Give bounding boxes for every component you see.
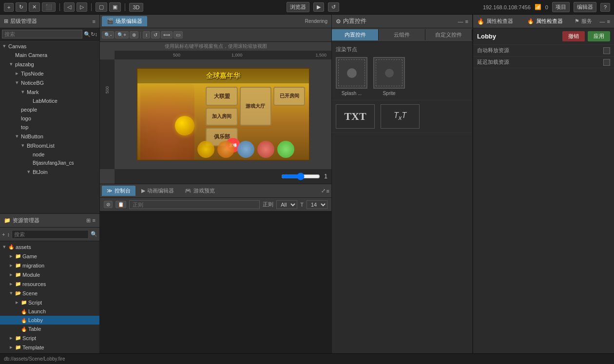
res-item-template[interactable]: ▸ 📁 Template [0,343,99,352]
migration-folder-icon: 📁 [15,263,21,268]
hierarchy-refresh-icon[interactable]: ↻ [91,31,95,38]
resource-search-icon[interactable]: 🔍 [91,231,97,237]
console-clear-btn[interactable]: ⊘ [104,201,113,208]
refresh-btn[interactable]: ↻ [16,2,27,12]
scene-editor-tab[interactable]: 🎬 场景编辑器 [102,16,147,26]
hierarchy-menu-btn[interactable]: ≡ [93,19,96,24]
console-menu-icon[interactable]: ≡ [326,188,329,194]
reload-btn[interactable]: ↺ [328,2,339,12]
res-item-game[interactable]: ▸ 📁 Game [0,251,99,261]
redo-btn[interactable]: ▷ [77,2,87,12]
res-item-launch[interactable]: 🔥 Launch [0,307,99,316]
game-preview-tab[interactable]: 🎮 游戏预览 [180,186,220,196]
res-item-migration[interactable]: ▸ 📁 migration [0,261,99,270]
auto-release-checkbox[interactable] [603,47,610,54]
custom-tab[interactable]: 自定义控件 [425,29,472,40]
hierarchy-search-input[interactable] [2,30,82,38]
inspector-minimize-icon[interactable]: — [600,19,605,24]
tree-item-node[interactable]: node [0,150,99,159]
resource-search-input[interactable] [12,230,89,239]
cloud-tab[interactable]: 云组件 [379,29,425,40]
close-btn[interactable]: ✕ [29,2,40,12]
rotate-tool-btn[interactable]: ↺ [151,31,160,38]
builtin-tab[interactable]: 内置控件 [332,29,379,40]
res-item-assets[interactable]: ▾ 🔥 assets [0,242,99,251]
res-item-script[interactable]: ▸ 📁 Script [0,333,99,343]
ruler-vertical: 500 [100,59,115,169]
font-size-select[interactable]: 14 [307,200,327,209]
zoom-slider[interactable] [281,172,320,180]
tree-item-main-camera[interactable]: Main Camera [0,51,99,59]
undo-btn[interactable]: ◁ [64,2,75,12]
tree-item-btjasrufangjian[interactable]: BtjasrufangJian_cs [0,159,99,167]
res-item-table[interactable]: 🔥 Table [0,325,99,333]
zoom-out-btn[interactable]: 🔍- [102,31,114,38]
tree-label-noticebg: ▾ NoticeBG [13,79,99,86]
browser-btn[interactable]: 浏览器 [287,2,309,12]
btjoin-label: BtJoin [33,169,48,175]
add-btn[interactable]: + [4,3,14,12]
hierarchy-sort-icon[interactable]: ↕ [95,31,98,37]
render-node-splash[interactable]: Splash ... [336,57,367,96]
scene-tab-icon: 🎬 [107,18,114,24]
tree-label-plazabg: ▾ plazabg [7,60,99,68]
scene-viewport[interactable]: 使用鼠标右键平移视窗焦点，使用滚轮缩放视图 500 1,000 1,500 50… [100,42,331,184]
3d-btn[interactable]: 3D [129,3,143,12]
text-node-plain[interactable]: TXT [336,104,375,129]
play-btn[interactable]: ▶ [313,2,324,12]
console-maximize-icon[interactable]: ⤢ [321,188,326,194]
scene-canvas-area[interactable]: 全球嘉年华 大联盟 [115,59,331,169]
layout-btn[interactable]: ▢ [96,2,107,12]
zoom-in-btn[interactable]: 🔍+ [115,31,129,38]
layout2-btn[interactable]: ▣ [109,2,121,12]
search-icon[interactable]: 🔍 [84,31,91,38]
scale-tool-btn[interactable]: ⟺ [161,31,173,38]
inspector-service-tab[interactable]: ⚑ 服务 [569,16,598,27]
animation-tab[interactable]: ▶ 动画编辑器 [136,186,179,196]
history-btn[interactable]: ⬛ [42,2,56,12]
project-btn[interactable]: 项目 [552,2,570,12]
tree-item-labmotice[interactable]: LabMotice [0,96,99,105]
tree-item-btjoin[interactable]: ▾ BtJoin [0,167,99,176]
inspector-menu-icon[interactable]: ≡ [607,19,610,24]
rendering-badge: Rendering [303,18,329,24]
viewport-bottom-bar: 1 [115,169,331,184]
text-node-rich[interactable]: TxT [381,104,420,129]
inspector-prop-tab[interactable]: 🔥 属性检查器 [521,16,569,27]
controls-menu-icon[interactable]: ≡ [465,19,468,24]
tree-item-plazabg[interactable]: ▾ plazabg [0,59,99,69]
tree-item-btroomlist[interactable]: ▾ BtRoomList [0,141,99,150]
apply-button[interactable]: 应用 [588,31,610,41]
help-btn[interactable]: ? [600,3,610,12]
log-level-select[interactable]: All [276,200,297,209]
console-filter-input[interactable] [129,200,260,209]
tree-item-people[interactable]: people [0,105,99,114]
move-tool-btn[interactable]: ↕ [143,31,150,38]
resource-sort-icon[interactable]: ↕ [7,231,10,237]
editor-btn[interactable]: 编辑器 [574,2,596,12]
tree-item-top[interactable]: top [0,123,99,132]
hierarchy-header: ⊞ 层级管理器 ≡ [0,15,99,28]
tree-item-tipsnode[interactable]: ▸ TipsNode [0,69,99,78]
res-item-scene-script[interactable]: ▸ 📁 Script [0,298,99,307]
resource-menu-icon[interactable]: ≡ [93,217,96,224]
tree-item-noticebg[interactable]: ▾ NoticeBG [0,78,99,87]
resource-layout-icon[interactable]: ⊞ [86,217,91,224]
res-item-resources[interactable]: ▸ 📁 resources [0,279,99,288]
tree-item-canvas[interactable]: ▾ Canvas [0,41,99,51]
cancel-button[interactable]: 撤销 [562,31,585,41]
console-copy-btn[interactable]: 📋 [115,201,126,208]
lazy-load-checkbox[interactable] [603,59,610,66]
tree-item-logo[interactable]: logo [0,114,99,123]
console-tab[interactable]: ≫ 控制台 [102,186,135,196]
res-item-scene[interactable]: ▾ 📂 Scene [0,288,99,298]
rect-tool-btn[interactable]: ▭ [173,31,183,38]
resource-add-icon[interactable]: + [2,231,5,237]
zoom-reset-btn[interactable]: ⊕ [130,31,138,38]
controls-minimize-icon[interactable]: — [458,19,463,24]
res-item-lobby[interactable]: 🔥 Lobby [0,316,99,325]
tree-item-mark[interactable]: ▾ Mark [0,87,99,96]
tree-item-ndbutton[interactable]: ▾ NdButton [0,132,99,141]
res-item-module[interactable]: ▸ 📁 Module [0,270,99,279]
render-node-sprite[interactable]: Sprite [373,57,405,96]
